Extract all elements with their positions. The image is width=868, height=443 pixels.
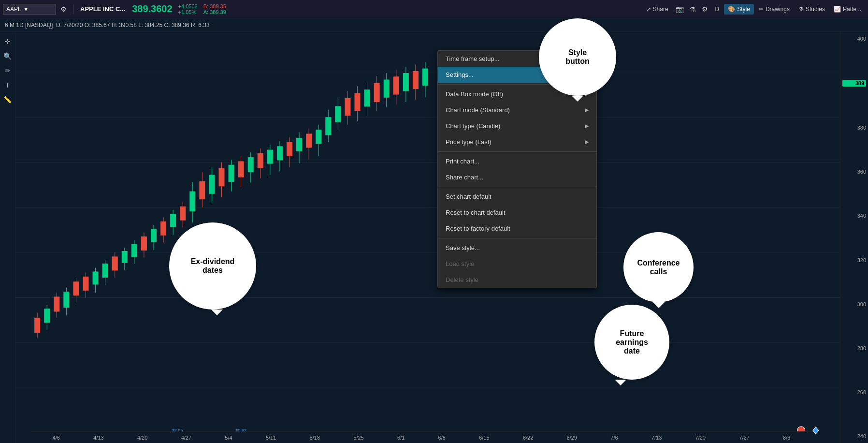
patterns-icon: 📈: [834, 6, 841, 13]
style-button[interactable]: 🎨 Style: [724, 4, 754, 15]
svg-rect-34: [151, 229, 157, 242]
price-current: 389: [842, 80, 866, 87]
price-360: 360: [842, 169, 866, 175]
menu-item-print-chart[interactable]: Print chart...: [438, 153, 596, 169]
price-main: 389.3602: [130, 3, 174, 15]
callout-future-text: Future earnings date: [616, 329, 648, 355]
callout-conference-calls: Conference calls: [623, 232, 694, 302]
menu-item-settings-label: Settings...: [446, 71, 474, 78]
svg-rect-40: [180, 207, 186, 221]
svg-rect-66: [306, 133, 312, 148]
price-340: 340: [842, 213, 866, 219]
svg-rect-52: [238, 161, 244, 177]
svg-rect-72: [335, 106, 341, 122]
svg-rect-44: [199, 181, 205, 199]
chevron-chart-type: ▶: [585, 123, 589, 129]
date-axis: 4/6 4/13 4/20 4/27 5/4 5/11 5/18 5/25 6/…: [31, 431, 812, 443]
date-label-12: 6/22: [523, 435, 533, 441]
ask-value: A: 389.39: [203, 9, 226, 15]
date-label-3: 4/20: [137, 435, 147, 441]
date-label-17: 7/27: [739, 435, 749, 441]
date-label-6: 5/11: [266, 435, 276, 441]
menu-item-chart-type[interactable]: Chart type (Candle) ▶: [438, 118, 596, 134]
svg-rect-56: [258, 153, 263, 168]
menu-item-load-style: Load style: [438, 256, 596, 272]
draw-icon[interactable]: ✏: [3, 65, 13, 76]
symbol-arrow: ▼: [23, 6, 29, 13]
svg-rect-12: [44, 309, 50, 323]
drawings-label: Drawings: [766, 6, 790, 13]
date-label-5: 5/4: [225, 435, 232, 441]
menu-item-reset-chart-default-label: Reset to chart default: [446, 209, 506, 216]
crosshair-icon[interactable]: ✛: [3, 36, 13, 47]
timeframe-button[interactable]: D: [711, 4, 723, 15]
share-icon: ↗: [646, 6, 651, 13]
chart-date: D: 7/20/20: [56, 22, 83, 29]
chevron-chart-mode: ▶: [585, 107, 589, 113]
svg-rect-26: [112, 256, 118, 270]
chart-close: C: 389.36: [164, 22, 189, 29]
svg-rect-82: [384, 79, 390, 97]
date-label-11: 6/15: [479, 435, 489, 441]
svg-rect-14: [54, 296, 59, 311]
callout-style-button: Style button: [539, 18, 616, 96]
price-380: 380: [842, 125, 866, 131]
drawings-button[interactable]: ✏ Drawings: [755, 4, 794, 15]
svg-rect-48: [218, 168, 224, 186]
menu-item-price-type-label: Price type (Last): [446, 138, 492, 146]
flask-icon[interactable]: ⚗: [687, 4, 698, 15]
menu-item-share-chart[interactable]: Share chart...: [438, 169, 596, 185]
menu-item-share-chart-label: Share chart...: [446, 174, 483, 181]
settings-icon[interactable]: ⚙: [58, 4, 69, 15]
menu-item-load-style-label: Load style: [446, 260, 474, 267]
share-button[interactable]: ↗ Share: [642, 4, 672, 15]
drawings-icon: ✏: [759, 6, 764, 13]
svg-rect-10: [34, 318, 40, 333]
date-label-1: 4/6: [53, 435, 60, 441]
menu-item-set-chart-default[interactable]: Set chart default: [438, 189, 596, 205]
chart-period: 6 M 1D [NASDAQ]: [5, 22, 53, 29]
date-label-14: 7/6: [610, 435, 618, 441]
price-change-pts: +4.0502: [178, 3, 198, 9]
date-label-13: 6/29: [567, 435, 577, 441]
chart-open: O: 385.67: [85, 22, 110, 29]
chart-range: R: 6.33: [191, 22, 210, 29]
svg-rect-88: [413, 71, 419, 89]
bid-ask: B: 389.35 A: 389.39: [202, 3, 228, 15]
svg-rect-20: [83, 277, 88, 291]
candlestick-chart: $2.55 $ $0.82 $: [15, 32, 840, 443]
menu-item-reset-chart-default[interactable]: Reset to chart default: [438, 205, 596, 221]
callout-style-text: Style button: [565, 48, 590, 66]
svg-rect-60: [277, 146, 283, 160]
svg-rect-64: [296, 138, 302, 151]
studies-button[interactable]: ⚗ Studies: [795, 4, 829, 15]
menu-item-delete-style: Delete style: [438, 272, 596, 288]
svg-rect-30: [131, 244, 137, 257]
zoom-icon[interactable]: 🔍: [1, 50, 14, 62]
studies-label: Studies: [806, 6, 825, 13]
symbol-selector[interactable]: AAPL ▼: [3, 4, 56, 15]
date-label-8: 5/25: [353, 435, 363, 441]
menu-item-save-style-label: Save style...: [446, 244, 480, 251]
menu-item-price-type[interactable]: Price type (Last) ▶: [438, 134, 596, 150]
main-area: ✛ 🔍 ✏ T 📏: [0, 32, 868, 443]
left-sidebar: ✛ 🔍 ✏ T 📏: [0, 32, 15, 443]
menu-item-print-chart-label: Print chart...: [446, 158, 479, 165]
svg-rect-70: [325, 117, 331, 135]
menu-item-reset-factory-default[interactable]: Reset to factory default: [438, 221, 596, 236]
text-icon[interactable]: T: [3, 79, 12, 91]
svg-rect-36: [160, 222, 166, 236]
patterns-button[interactable]: 📈 Patte...: [830, 4, 865, 15]
price-axis: 400 389 380 360 340 320 300 280 260 240: [840, 32, 868, 443]
svg-rect-74: [345, 98, 350, 116]
menu-sep-3: [438, 187, 596, 187]
camera-icon[interactable]: 📷: [673, 4, 686, 15]
svg-rect-50: [229, 165, 234, 182]
gear-icon[interactable]: ⚙: [699, 4, 710, 15]
chart-low: L: 384.25: [138, 22, 162, 29]
menu-item-save-style[interactable]: Save style...: [438, 240, 596, 256]
date-label-7: 5/18: [310, 435, 320, 441]
separator-1: [73, 4, 73, 14]
ruler-icon[interactable]: 📏: [1, 94, 14, 105]
svg-rect-24: [102, 264, 108, 278]
